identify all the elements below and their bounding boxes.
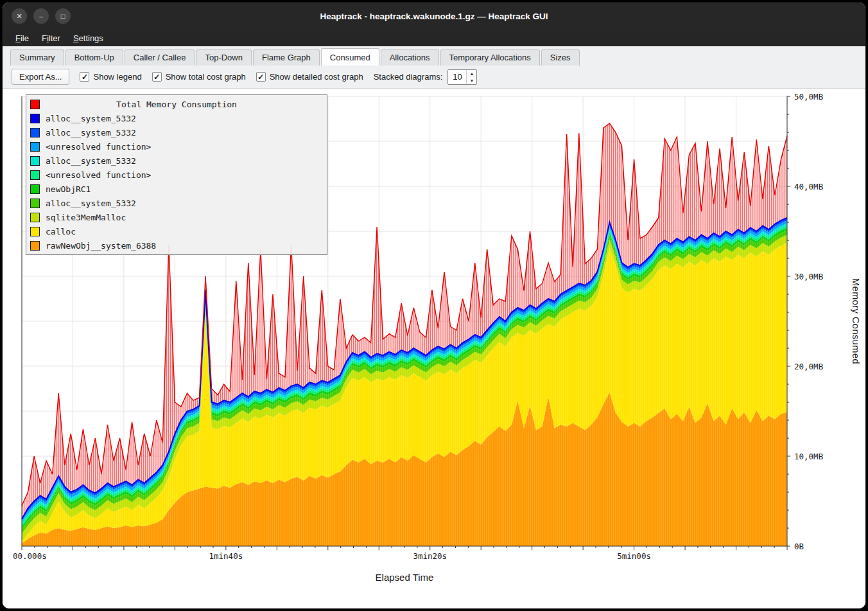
export-as-button[interactable]: Export As... xyxy=(12,69,69,85)
tab-bottom-up[interactable]: Bottom-Up xyxy=(65,49,123,66)
menu-settings[interactable]: Settings xyxy=(67,31,110,45)
stepper-down-icon[interactable]: ▼ xyxy=(467,77,476,84)
tab-allocations[interactable]: Allocations xyxy=(381,49,439,66)
legend-item: alloc__system_5332 xyxy=(30,154,323,168)
legend-label: alloc__system_5332 xyxy=(46,199,136,208)
stepper-arrows: ▲ ▼ xyxy=(466,70,476,84)
window-controls: ✕ – □ xyxy=(12,8,71,24)
menu-filter-post: lter xyxy=(49,33,60,43)
menu-file-accel: F xyxy=(15,33,21,43)
tab-top-down[interactable]: Top-Down xyxy=(196,49,252,66)
legend-swatch-icon xyxy=(30,241,40,251)
checkbox-check-icon: ✓ xyxy=(152,72,162,82)
menubar: File Filter Settings xyxy=(3,30,865,46)
legend-swatch-icon xyxy=(30,170,40,180)
x-axis-title: Elapsed Time xyxy=(22,572,787,583)
legend-swatch-icon xyxy=(30,128,40,137)
titlebar[interactable]: ✕ – □ Heaptrack - heaptrack.wakunode.1.g… xyxy=(3,3,865,30)
legend-item: alloc__system_5332 xyxy=(30,125,323,139)
legend-item: calloc xyxy=(30,224,323,238)
toolbar: Export As... ✓ Show legend ✓ Show total … xyxy=(3,66,865,89)
legend-item: <unresolved function> xyxy=(30,139,323,154)
menu-file[interactable]: File xyxy=(9,31,35,45)
legend-label: calloc xyxy=(46,227,76,236)
minimize-icon[interactable]: – xyxy=(33,8,49,24)
y-axis-title: Memory Consumed xyxy=(851,278,861,364)
show-legend-checkbox[interactable]: ✓ Show legend xyxy=(80,72,141,82)
legend-item: alloc__system_5332 xyxy=(30,196,323,210)
show-detailed-cost-label: Show detailed cost graph xyxy=(270,72,363,82)
tab-caller-callee[interactable]: Caller / Callee xyxy=(125,49,195,66)
x-tick-label: 3min20s xyxy=(413,551,447,561)
x-tick-label: 00.000s xyxy=(13,551,47,561)
chart-area: 0B10,0MB20,0MB30,0MB40,0MB50,0MB00.000s1… xyxy=(3,89,865,608)
legend-item: <unresolved function> xyxy=(30,168,323,182)
chart-legend: Total Memory Consumptionalloc__system_53… xyxy=(26,94,327,255)
legend-swatch-icon xyxy=(30,227,40,236)
menu-filter-pre: F xyxy=(42,33,47,43)
legend-label: sqlite3MemMalloc xyxy=(46,213,126,222)
tabbar: Summary Bottom-Up Caller / Callee Top-Do… xyxy=(3,46,865,66)
legend-item: newObjRC1 xyxy=(30,182,323,196)
legend-swatch-icon xyxy=(30,199,40,208)
checkbox-check-icon: ✓ xyxy=(80,72,89,82)
stacked-diagrams-value[interactable]: 10 xyxy=(448,70,466,84)
y-tick-label: 40,0MB xyxy=(794,182,823,191)
menu-filter[interactable]: Filter xyxy=(35,31,67,45)
legend-swatch-icon xyxy=(30,156,40,166)
stacked-diagrams-label: Stacked diagrams: xyxy=(374,72,443,82)
legend-swatch-icon xyxy=(30,114,40,123)
tab-sizes[interactable]: Sizes xyxy=(541,49,580,66)
tab-temporary-allocations[interactable]: Temporary Allocations xyxy=(440,49,540,66)
y-tick-label: 50,0MB xyxy=(794,92,823,102)
legend-label: alloc__system_5332 xyxy=(46,128,136,137)
legend-label: rawNewObj__system_6388 xyxy=(46,241,156,251)
app-window: ✕ – □ Heaptrack - heaptrack.wakunode.1.g… xyxy=(3,3,865,608)
legend-label: <unresolved function> xyxy=(46,142,151,152)
legend-swatch-icon xyxy=(30,142,40,152)
legend-swatch-icon xyxy=(30,100,40,109)
window-title: Heaptrack - heaptrack.wakunode.1.gz — He… xyxy=(3,12,865,21)
maximize-icon[interactable]: □ xyxy=(55,8,71,24)
stacked-diagrams-stepper[interactable]: 10 ▲ ▼ xyxy=(447,69,477,85)
legend-item: sqlite3MemMalloc xyxy=(30,210,323,224)
legend-label: alloc__system_5332 xyxy=(46,156,136,166)
y-tick-label: 30,0MB xyxy=(794,272,823,281)
show-total-cost-label: Show total cost graph xyxy=(166,72,246,82)
x-tick-label: 1min40s xyxy=(209,551,243,561)
close-icon[interactable]: ✕ xyxy=(12,8,27,24)
y-tick-label: 0B xyxy=(794,542,804,551)
menu-settings-accel: S xyxy=(73,33,79,43)
show-detailed-cost-checkbox[interactable]: ✓ Show detailed cost graph xyxy=(256,72,363,82)
menu-file-post: ile xyxy=(21,33,29,43)
checkbox-check-icon: ✓ xyxy=(256,72,266,82)
legend-swatch-icon xyxy=(30,213,40,222)
x-tick-label: 5min00s xyxy=(617,551,651,561)
tab-flame-graph[interactable]: Flame Graph xyxy=(253,49,320,66)
legend-label: alloc__system_5332 xyxy=(46,114,136,123)
tab-consumed[interactable]: Consumed xyxy=(321,48,379,66)
legend-title-row: Total Memory Consumption xyxy=(30,97,323,111)
menu-settings-post: ettings xyxy=(79,33,103,43)
stepper-up-icon[interactable]: ▲ xyxy=(467,70,476,77)
show-total-cost-checkbox[interactable]: ✓ Show total cost graph xyxy=(152,72,246,82)
y-tick-label: 10,0MB xyxy=(794,452,823,461)
legend-item: alloc__system_5332 xyxy=(30,111,323,125)
tab-summary[interactable]: Summary xyxy=(10,49,64,66)
show-legend-label: Show legend xyxy=(93,72,141,82)
legend-label: newObjRC1 xyxy=(46,184,91,194)
legend-item: rawNewObj__system_6388 xyxy=(30,238,323,252)
legend-label: Total Memory Consumption xyxy=(46,100,308,109)
legend-label: <unresolved function> xyxy=(46,170,151,180)
legend-swatch-icon xyxy=(30,184,40,194)
y-tick-label: 20,0MB xyxy=(794,362,823,371)
